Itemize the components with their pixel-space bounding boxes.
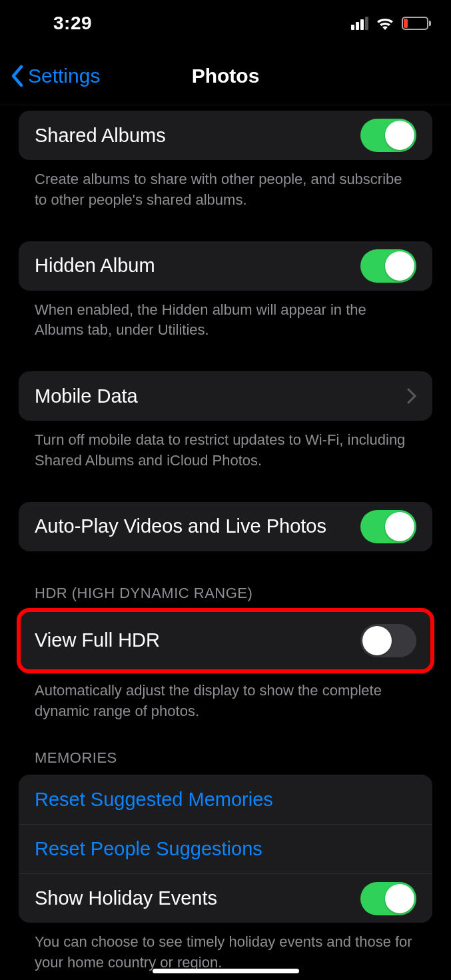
nav-header: Settings Photos <box>0 47 451 105</box>
chevron-left-icon <box>11 65 24 87</box>
autoplay-toggle[interactable] <box>360 510 416 543</box>
memories-header: MEMORIES <box>19 721 432 775</box>
shared-albums-footer: Create albums to share with other people… <box>19 160 432 211</box>
chevron-right-icon <box>407 388 416 404</box>
reset-suggested-label: Reset Suggested Memories <box>35 789 273 811</box>
memories-footer: You can choose to see timely holiday eve… <box>19 923 432 973</box>
autoplay-cell[interactable]: Auto-Play Videos and Live Photos <box>19 502 432 551</box>
status-time: 3:29 <box>53 13 92 34</box>
battery-icon <box>402 17 431 30</box>
back-button[interactable]: Settings <box>0 65 100 87</box>
view-full-hdr-cell[interactable]: View Full HDR <box>19 610 432 671</box>
holiday-events-toggle[interactable] <box>360 882 416 915</box>
hidden-album-cell[interactable]: Hidden Album <box>19 241 432 291</box>
reset-people-label: Reset People Suggestions <box>35 838 262 860</box>
hidden-album-label: Hidden Album <box>35 255 155 277</box>
view-full-hdr-toggle[interactable] <box>360 624 416 657</box>
reset-suggested-cell[interactable]: Reset Suggested Memories <box>19 775 432 824</box>
cellular-icon <box>351 17 368 30</box>
reset-people-cell[interactable]: Reset People Suggestions <box>19 824 432 873</box>
shared-albums-label: Shared Albums <box>35 125 166 147</box>
mobile-data-label: Mobile Data <box>35 385 138 407</box>
memories-block: Reset Suggested Memories Reset People Su… <box>19 775 432 923</box>
view-full-hdr-label: View Full HDR <box>35 629 160 651</box>
shared-albums-cell[interactable]: Shared Albums <box>19 111 432 160</box>
hdr-footer: Automatically adjust the display to show… <box>19 671 432 722</box>
mobile-data-footer: Turn off mobile data to restrict updates… <box>19 421 432 471</box>
hidden-album-toggle[interactable] <box>360 249 416 283</box>
hidden-album-footer: When enabled, the Hidden album will appe… <box>19 291 432 341</box>
hdr-header: HDR (HIGH DYNAMIC RANGE) <box>19 551 432 610</box>
status-bar: 3:29 <box>0 0 451 47</box>
content: Shared Albums Create albums to share wit… <box>0 111 451 973</box>
holiday-events-label: Show Holiday Events <box>35 887 217 909</box>
back-label: Settings <box>28 65 100 87</box>
status-right <box>351 16 431 31</box>
wifi-icon <box>375 16 395 31</box>
shared-albums-toggle[interactable] <box>360 119 416 152</box>
mobile-data-cell[interactable]: Mobile Data <box>19 371 432 421</box>
autoplay-label: Auto-Play Videos and Live Photos <box>35 515 326 537</box>
home-indicator[interactable] <box>153 969 299 973</box>
holiday-events-cell[interactable]: Show Holiday Events <box>19 873 432 923</box>
